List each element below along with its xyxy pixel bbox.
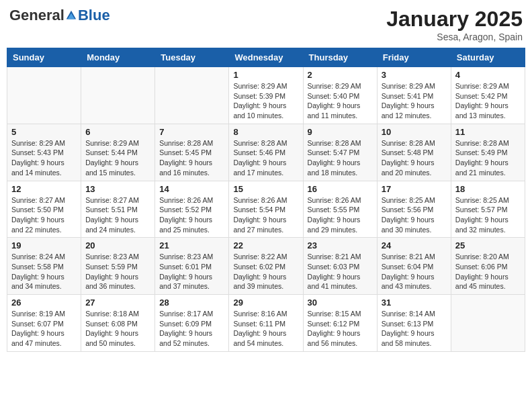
calendar-cell: 12Sunrise: 8:27 AM Sunset: 5:50 PM Dayli…	[7, 181, 81, 238]
day-number: 20	[85, 240, 150, 250]
calendar-header-wednesday: Wednesday	[229, 48, 303, 67]
page-header: General Blue January 2025 Sesa, Aragon, …	[7, 7, 525, 42]
calendar-header-saturday: Saturday	[451, 48, 525, 67]
logo-blue-text: Blue	[78, 7, 110, 24]
calendar-header-tuesday: Tuesday	[155, 48, 229, 67]
day-info: Sunrise: 8:19 AM Sunset: 6:07 PM Dayligh…	[11, 309, 77, 349]
day-number: 29	[233, 298, 298, 308]
calendar-cell: 27Sunrise: 8:18 AM Sunset: 6:08 PM Dayli…	[81, 295, 155, 352]
day-info: Sunrise: 8:28 AM Sunset: 5:45 PM Dayligh…	[159, 138, 224, 178]
day-number: 7	[159, 127, 224, 137]
day-number: 18	[455, 184, 521, 194]
day-number: 31	[382, 298, 447, 308]
calendar-cell: 11Sunrise: 8:28 AM Sunset: 5:49 PM Dayli…	[451, 124, 525, 181]
calendar-cell: 29Sunrise: 8:16 AM Sunset: 6:11 PM Dayli…	[229, 295, 303, 352]
day-info: Sunrise: 8:21 AM Sunset: 6:04 PM Dayligh…	[382, 252, 447, 291]
calendar-cell: 10Sunrise: 8:28 AM Sunset: 5:48 PM Dayli…	[377, 124, 451, 181]
day-number: 22	[233, 240, 298, 250]
calendar-cell: 14Sunrise: 8:26 AM Sunset: 5:52 PM Dayli…	[155, 181, 229, 238]
day-number: 26	[11, 298, 77, 308]
calendar-cell	[451, 295, 525, 352]
calendar-cell: 24Sunrise: 8:21 AM Sunset: 6:04 PM Dayli…	[377, 238, 451, 295]
day-number: 10	[382, 127, 447, 137]
calendar-week-2: 5Sunrise: 8:29 AM Sunset: 5:43 PM Daylig…	[7, 124, 525, 181]
day-info: Sunrise: 8:15 AM Sunset: 6:12 PM Dayligh…	[308, 309, 373, 349]
calendar-cell: 9Sunrise: 8:28 AM Sunset: 5:47 PM Daylig…	[303, 124, 377, 181]
day-number: 19	[11, 240, 77, 250]
calendar-cell: 25Sunrise: 8:20 AM Sunset: 6:06 PM Dayli…	[451, 238, 525, 295]
day-info: Sunrise: 8:28 AM Sunset: 5:46 PM Dayligh…	[233, 138, 298, 178]
calendar-week-3: 12Sunrise: 8:27 AM Sunset: 5:50 PM Dayli…	[7, 181, 525, 238]
calendar-header-sunday: Sunday	[7, 48, 81, 67]
day-info: Sunrise: 8:18 AM Sunset: 6:08 PM Dayligh…	[85, 309, 150, 349]
day-number: 13	[85, 184, 150, 194]
calendar-cell: 13Sunrise: 8:27 AM Sunset: 5:51 PM Dayli…	[81, 181, 155, 238]
day-info: Sunrise: 8:29 AM Sunset: 5:44 PM Dayligh…	[85, 138, 150, 178]
day-number: 4	[455, 70, 521, 80]
calendar-cell: 2Sunrise: 8:29 AM Sunset: 5:40 PM Daylig…	[303, 67, 377, 124]
day-info: Sunrise: 8:21 AM Sunset: 6:03 PM Dayligh…	[308, 252, 373, 291]
day-info: Sunrise: 8:23 AM Sunset: 6:01 PM Dayligh…	[159, 252, 224, 291]
location-text: Sesa, Aragon, Spain	[386, 32, 523, 42]
calendar-week-1: 1Sunrise: 8:29 AM Sunset: 5:39 PM Daylig…	[7, 67, 525, 124]
calendar-cell: 22Sunrise: 8:22 AM Sunset: 6:02 PM Dayli…	[229, 238, 303, 295]
calendar-cell: 18Sunrise: 8:25 AM Sunset: 5:57 PM Dayli…	[451, 181, 525, 238]
calendar-cell: 28Sunrise: 8:17 AM Sunset: 6:09 PM Dayli…	[155, 295, 229, 352]
calendar-cell: 3Sunrise: 8:29 AM Sunset: 5:41 PM Daylig…	[377, 67, 451, 124]
day-info: Sunrise: 8:23 AM Sunset: 5:59 PM Dayligh…	[85, 252, 150, 291]
day-info: Sunrise: 8:27 AM Sunset: 5:51 PM Dayligh…	[85, 195, 150, 235]
day-info: Sunrise: 8:16 AM Sunset: 6:11 PM Dayligh…	[233, 309, 298, 349]
day-info: Sunrise: 8:28 AM Sunset: 5:47 PM Dayligh…	[308, 138, 373, 178]
day-info: Sunrise: 8:25 AM Sunset: 5:56 PM Dayligh…	[382, 195, 447, 235]
calendar-cell: 6Sunrise: 8:29 AM Sunset: 5:44 PM Daylig…	[81, 124, 155, 181]
day-number: 14	[159, 184, 224, 194]
day-number: 12	[11, 184, 77, 194]
day-number: 5	[11, 127, 77, 137]
calendar-cell: 20Sunrise: 8:23 AM Sunset: 5:59 PM Dayli…	[81, 238, 155, 295]
day-info: Sunrise: 8:28 AM Sunset: 5:49 PM Dayligh…	[455, 138, 521, 178]
calendar-cell: 4Sunrise: 8:29 AM Sunset: 5:42 PM Daylig…	[451, 67, 525, 124]
calendar-table: SundayMondayTuesdayWednesdayThursdayFrid…	[7, 48, 525, 352]
calendar-cell: 21Sunrise: 8:23 AM Sunset: 6:01 PM Dayli…	[155, 238, 229, 295]
calendar-cell: 30Sunrise: 8:15 AM Sunset: 6:12 PM Dayli…	[303, 295, 377, 352]
day-number: 9	[308, 127, 373, 137]
day-info: Sunrise: 8:26 AM Sunset: 5:52 PM Dayligh…	[159, 195, 224, 235]
day-info: Sunrise: 8:29 AM Sunset: 5:39 PM Dayligh…	[233, 81, 298, 121]
calendar-cell: 8Sunrise: 8:28 AM Sunset: 5:46 PM Daylig…	[229, 124, 303, 181]
logo-general-text: General	[9, 7, 64, 24]
logo: General Blue	[9, 7, 110, 24]
day-number: 27	[85, 298, 150, 308]
day-number: 6	[85, 127, 150, 137]
day-info: Sunrise: 8:14 AM Sunset: 6:13 PM Dayligh…	[382, 309, 447, 349]
calendar-week-4: 19Sunrise: 8:24 AM Sunset: 5:58 PM Dayli…	[7, 238, 525, 295]
day-info: Sunrise: 8:29 AM Sunset: 5:43 PM Dayligh…	[11, 138, 77, 178]
calendar-cell: 26Sunrise: 8:19 AM Sunset: 6:07 PM Dayli…	[7, 295, 81, 352]
calendar-header-row: SundayMondayTuesdayWednesdayThursdayFrid…	[7, 48, 525, 67]
day-info: Sunrise: 8:20 AM Sunset: 6:06 PM Dayligh…	[455, 252, 521, 291]
day-info: Sunrise: 8:22 AM Sunset: 6:02 PM Dayligh…	[233, 252, 298, 291]
day-info: Sunrise: 8:17 AM Sunset: 6:09 PM Dayligh…	[159, 309, 224, 349]
day-number: 3	[382, 70, 447, 80]
title-area: January 2025 Sesa, Aragon, Spain	[386, 7, 523, 42]
calendar-week-5: 26Sunrise: 8:19 AM Sunset: 6:07 PM Dayli…	[7, 295, 525, 352]
day-number: 17	[382, 184, 447, 194]
calendar-cell: 17Sunrise: 8:25 AM Sunset: 5:56 PM Dayli…	[377, 181, 451, 238]
month-title: January 2025	[386, 7, 523, 32]
day-info: Sunrise: 8:27 AM Sunset: 5:50 PM Dayligh…	[11, 195, 77, 235]
calendar-cell	[81, 67, 155, 124]
day-info: Sunrise: 8:28 AM Sunset: 5:48 PM Dayligh…	[382, 138, 447, 178]
day-number: 15	[233, 184, 298, 194]
calendar-cell: 7Sunrise: 8:28 AM Sunset: 5:45 PM Daylig…	[155, 124, 229, 181]
calendar-header-friday: Friday	[377, 48, 451, 67]
day-number: 1	[233, 70, 298, 80]
day-info: Sunrise: 8:26 AM Sunset: 5:54 PM Dayligh…	[233, 195, 298, 235]
calendar-cell: 1Sunrise: 8:29 AM Sunset: 5:39 PM Daylig…	[229, 67, 303, 124]
day-info: Sunrise: 8:29 AM Sunset: 5:41 PM Dayligh…	[382, 81, 447, 121]
logo-icon	[65, 9, 77, 21]
day-number: 21	[159, 240, 224, 250]
day-number: 8	[233, 127, 298, 137]
day-info: Sunrise: 8:26 AM Sunset: 5:55 PM Dayligh…	[308, 195, 373, 235]
day-number: 16	[308, 184, 373, 194]
day-info: Sunrise: 8:29 AM Sunset: 5:40 PM Dayligh…	[308, 81, 373, 121]
day-number: 23	[308, 240, 373, 250]
